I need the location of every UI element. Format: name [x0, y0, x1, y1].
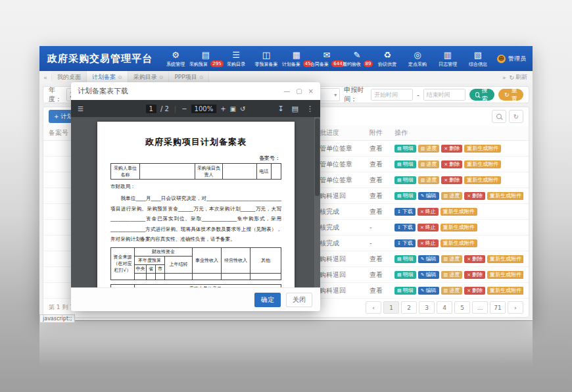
minimize-icon[interactable]: — [283, 87, 290, 95]
regen-button[interactable]: 重新生成附件 [487, 287, 523, 295]
nav-item-1[interactable]: ⚙系统管理 [160, 50, 191, 68]
progress-button[interactable]: ▥进度 [418, 145, 440, 153]
regen-button[interactable]: 重新生成附件 [464, 176, 501, 184]
progress-button[interactable]: ▥进度 [441, 287, 463, 295]
download-icon[interactable]: ↧ [277, 105, 283, 113]
cell-attachment-link[interactable]: 查看 [369, 270, 394, 280]
page-button-4[interactable]: 4 [437, 301, 452, 314]
pdf-page-input[interactable]: 1 [146, 105, 156, 113]
nav-item-7[interactable]: ✎履约验收89 [342, 50, 372, 68]
page-button-2[interactable]: 2 [401, 301, 417, 314]
regen-button[interactable]: 重新生成附件 [464, 160, 501, 168]
pdf-scrollbar-thumb[interactable] [315, 118, 320, 196]
delete-button[interactable]: ×删除 [464, 287, 485, 295]
cell-attachment-link[interactable]: 查看 [369, 160, 394, 169]
table-refresh-button[interactable]: ↻ [509, 110, 523, 123]
close-icon[interactable]: × [308, 87, 314, 95]
progress-button[interactable]: ▥进度 [441, 255, 463, 263]
regen-button[interactable]: 重新生成附件 [441, 224, 477, 232]
cell-attachment-link[interactable]: 查看 [369, 176, 394, 185]
nav-item-6[interactable]: ✉合同备案644 [312, 50, 342, 68]
download-button[interactable]: ↧下载 [394, 224, 416, 232]
user-menu[interactable]: ☻ 管理员 [497, 55, 526, 63]
regen-button[interactable]: 重新生成附件 [487, 271, 523, 279]
delete-button[interactable]: ×删除 [464, 271, 485, 279]
progress-button[interactable]: ▥进度 [418, 160, 440, 168]
edit-button[interactable]: ✎编辑 [418, 287, 439, 295]
detail-button[interactable]: ▤明细 [394, 287, 416, 295]
nav-item-3[interactable]: ☰采购目录 [221, 50, 251, 68]
detail-button[interactable]: ▤明细 [394, 145, 416, 153]
zoom-out-icon[interactable]: − [181, 105, 187, 112]
page-button-5[interactable]: 5 [454, 301, 470, 314]
regen-button[interactable]: 重新生成附件 [441, 208, 477, 216]
reset-button[interactable]: ↻ 重置 [498, 89, 523, 101]
page-button-1[interactable]: 1 [383, 301, 399, 314]
detail-button[interactable]: ▤明细 [394, 160, 416, 168]
regen-button[interactable]: 重新生成附件 [441, 239, 477, 247]
detail-button[interactable]: ▤明细 [394, 255, 416, 263]
cell-attachment-link[interactable]: 查看 [369, 144, 394, 153]
pdf-scrollbar[interactable] [314, 117, 320, 287]
detail-button[interactable]: ▤明细 [394, 271, 416, 279]
delete-button[interactable]: ×删除 [441, 145, 462, 153]
delete-button[interactable]: ×删除 [441, 160, 462, 168]
delete-button[interactable]: ×删除 [441, 176, 462, 184]
stop-button[interactable]: ×终止 [417, 239, 439, 247]
tabs-expand-icon[interactable]: » [502, 74, 506, 81]
nav-item-2[interactable]: ▤采购预算295 [191, 50, 221, 68]
regen-button[interactable]: 重新生成附件 [487, 192, 523, 200]
progress-button[interactable]: ▥进度 [441, 192, 463, 200]
page-prev-button[interactable]: ‹ [366, 301, 381, 314]
modal-close-button[interactable]: 关闭 [286, 293, 312, 307]
tab-refresh-button[interactable]: ↻ 刷新 [509, 73, 527, 82]
regen-button[interactable]: 重新生成附件 [487, 255, 523, 263]
stop-button[interactable]: ×终止 [417, 208, 439, 216]
tab-close-icon[interactable]: ⊙ [159, 74, 164, 80]
cell-attachment-link[interactable]: 查看 [369, 255, 394, 264]
action-label: 终止 [425, 225, 436, 230]
nav-item-8[interactable]: ♻协议供货 [372, 50, 402, 68]
fit-page-icon[interactable]: ▣ [230, 105, 236, 112]
more-icon[interactable]: ⋮ [306, 105, 314, 113]
progress-button[interactable]: ▥进度 [441, 271, 463, 279]
edit-button[interactable]: ✎编辑 [418, 271, 439, 279]
search-button[interactable]: 搜索 [469, 89, 494, 101]
cell-attachment-link[interactable]: 查看 [369, 191, 394, 201]
detail-button[interactable]: ▤明细 [394, 176, 416, 184]
nav-item-5[interactable]: ▦计划备案45 [281, 50, 312, 68]
print-icon[interactable]: ▤ [292, 105, 298, 113]
download-button[interactable]: ↧下载 [394, 208, 416, 216]
detail-button[interactable]: ▤明细 [394, 192, 416, 200]
tab-close-icon[interactable]: ⊙ [118, 74, 122, 80]
nav-item-9[interactable]: ◎定点采购 [402, 50, 433, 68]
nav-item-10[interactable]: ▥日志管理 [433, 50, 463, 68]
nav-item-11[interactable]: ▧综合信息 [463, 50, 493, 68]
edit-button[interactable]: ✎编辑 [418, 255, 439, 263]
page-button-71[interactable]: 71 [490, 301, 506, 314]
confirm-button[interactable]: 确定 [254, 293, 281, 307]
progress-button[interactable]: ▥进度 [418, 176, 440, 184]
delete-button[interactable]: ×删除 [464, 255, 485, 263]
download-button[interactable]: ↧下载 [394, 239, 416, 247]
stop-button[interactable]: ×终止 [417, 224, 439, 232]
cell-attachment-link[interactable]: 查看 [369, 207, 394, 216]
edit-button[interactable]: ✎编辑 [418, 192, 439, 200]
pdf-menu-icon[interactable]: ☰ [78, 105, 83, 112]
date-end-input[interactable] [423, 89, 465, 101]
rotate-icon[interactable]: ↺ [240, 105, 245, 112]
plan-filing-download-modal: 计划备案表下载 — ▢ × ☰ 1 / 2 | − 100% + ▣ ↺ ↧ ▤ [71, 82, 320, 311]
zoom-in-icon[interactable]: + [220, 105, 226, 112]
date-filter-label: 申报时间： [344, 86, 367, 104]
page-next-button[interactable]: › [508, 301, 523, 314]
delete-button[interactable]: ×删除 [464, 192, 485, 200]
table-search-button[interactable] [492, 110, 506, 123]
tabs-collapse-icon[interactable]: « [39, 74, 52, 81]
cell-attachment-link[interactable]: 查看 [369, 286, 394, 295]
nav-item-4[interactable]: ◫零预算备案 [251, 50, 281, 68]
page-button-3[interactable]: 3 [419, 301, 435, 314]
maximize-icon[interactable]: ▢ [296, 87, 302, 95]
date-start-input[interactable] [371, 89, 413, 101]
tab-close-icon[interactable]: ⊙ [199, 74, 204, 80]
regen-button[interactable]: 重新生成附件 [464, 145, 501, 153]
